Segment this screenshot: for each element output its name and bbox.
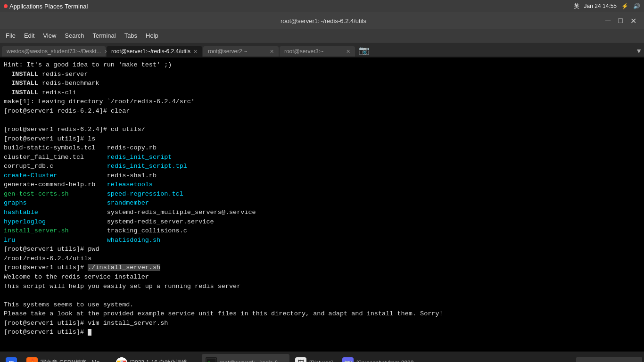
ls-line-5: generate-command-help.rb releasetools	[4, 181, 153, 188]
tab-close-icon[interactable]: ✕	[270, 49, 274, 55]
tab-server1-utils[interactable]: root@server1:~/redis-6.2.4/utils ✕	[107, 46, 202, 57]
minimize-button[interactable]: ─	[603, 16, 612, 25]
tab-scroll-button[interactable]: ▼	[636, 47, 642, 55]
install-line-1: INSTALL redis-server	[4, 71, 88, 78]
pictures-label: [Pictures]	[309, 360, 333, 362]
datetime: Jan 24 14:55	[584, 3, 617, 9]
screenshot-icon: 📷	[342, 357, 354, 362]
chrome-icon	[116, 357, 127, 362]
install-line-3: INSTALL redis-cli	[4, 89, 76, 96]
ls-line-4: create-Cluster redis-sha1.rb	[4, 172, 157, 179]
firefox-icon: 🔥	[26, 357, 38, 362]
systemd-note: Please take a look at the provided examp…	[4, 310, 443, 317]
window-controls: ─ □ ✕	[603, 16, 638, 25]
prompt-install: [root@server1 utils]# ./install_server.s…	[4, 264, 160, 271]
menu-help[interactable]: Help	[142, 31, 162, 40]
pictures-icon: 🖼	[295, 357, 306, 362]
screenshot-label: [Screenshot from 2022-01-...	[356, 360, 422, 362]
tab-label: root@server1:~/redis-6.2.4/utils	[111, 48, 190, 55]
terminal-menu[interactable]: Terminal	[65, 3, 88, 10]
terminal-output: Hint: It's a good idea to run 'make test…	[0, 58, 644, 352]
language-indicator: 英	[574, 2, 579, 10]
ls-line-10: install_server.sh tracking_collisions.c	[4, 227, 187, 234]
system-bar-left: Applications Places Terminal	[4, 3, 88, 10]
menu-bar: File Edit View Search Terminal Tabs Help	[0, 29, 644, 42]
menu-edit[interactable]: Edit	[20, 31, 38, 40]
places-menu[interactable]: Places	[44, 3, 63, 10]
menu-view[interactable]: View	[39, 31, 60, 40]
script-help-line: This script will help you easily set up …	[4, 283, 240, 290]
tab-bar: westos@westos_student73:~/Deskt... ✕ roo…	[0, 42, 644, 58]
prompt-vim: [root@server1 utils]# vim install_server…	[4, 320, 168, 327]
firefox-label: 写文章-CSDN博客 - Mozilla...	[41, 359, 107, 362]
taskbar-terminal[interactable]: $_ root@server1:~/redis-6.2...	[202, 354, 289, 362]
distro-icon	[4, 4, 8, 8]
tab-label: root@server3:~	[284, 48, 323, 55]
tab-close-icon[interactable]: ✕	[346, 49, 350, 55]
window-title: root@server1:~/redis-6.2.4/utils	[43, 17, 603, 25]
tab-server2[interactable]: root@server2:~ ✕	[203, 46, 279, 57]
system-bar: Applications Places Terminal 英 Jan 24 14…	[0, 0, 644, 12]
hint-line: Hint: It's a good idea to run 'make test…	[4, 61, 172, 68]
prompt-clear: [root@server1 redis-6.2.4]# clear	[4, 107, 130, 115]
title-bar: root@server1:~/redis-6.2.4/utils ─ □ ✕	[0, 12, 644, 29]
menu-terminal[interactable]: Terminal	[89, 31, 120, 40]
ls-line-6: gen-test-certs.sh speed-regression.tcl	[4, 190, 183, 197]
ls-line-9: hyperloglog systemd-redis_server.service	[4, 218, 214, 225]
svg-text:$_: $_	[207, 361, 214, 362]
wifi-icon: ⚡	[621, 3, 628, 9]
systemd-line: This systems seems to use systemd.	[4, 301, 133, 308]
leaving-dir-line: make[1]: Leaving directory `/root/redis-…	[4, 98, 195, 105]
taskbar-firefox[interactable]: 🔥 写文章-CSDN博客 - Mozilla...	[23, 354, 110, 362]
tab-label: root@server2:~	[208, 48, 247, 55]
menu-tabs[interactable]: Tabs	[121, 31, 141, 40]
tab-label: westos@westos_student73:~/Deskt...	[7, 48, 101, 55]
ls-line-11: lru whatisdoing.sh	[4, 237, 160, 244]
taskbar-screenshot[interactable]: 📷 [Screenshot from 2022-01-...	[339, 354, 426, 362]
tab-westos[interactable]: westos@westos_student73:~/Deskt... ✕	[2, 46, 106, 57]
prompt-cd: [root@server1 redis-6.2.4]# cd utils/	[4, 126, 145, 133]
prompt-current: [root@server1 utils]#	[4, 329, 91, 336]
restore-button[interactable]: □	[616, 16, 625, 25]
terminal-window: root@server1:~/redis-6.2.4/utils ─ □ ✕ F…	[0, 12, 644, 352]
menu-file[interactable]: File	[2, 31, 19, 40]
new-tab-button[interactable]: 📷	[356, 45, 372, 56]
ls-line-3: corrupt_rdb.c redis_init_script.tpl	[4, 163, 187, 170]
ls-line-2: cluster_fail_time.tcl redis_init_script	[4, 154, 172, 161]
terminal-icon-taskbar: $_	[206, 357, 217, 362]
prompt-pwd: [root@server1 utils]# pwd	[4, 246, 99, 253]
install-line-2: INSTALL redis-benchmark	[4, 80, 99, 87]
taskbar: ⊞ 🔥 写文章-CSDN博客 - Mozilla... [2022-1-16 自…	[0, 352, 644, 362]
taskbar-pictures[interactable]: 🖼 [Pictures]	[291, 354, 337, 362]
ls-line-1: build-static-symbols.tcl redis-copy.rb	[4, 144, 157, 151]
volume-icon: 🔊	[633, 3, 640, 9]
ls-line-7: graphs srandmember	[4, 199, 149, 206]
applications-menu[interactable]: Applications	[9, 3, 42, 10]
prompt-ls: [root@server1 utils]# ls	[4, 135, 95, 142]
welcome-line: Welcome to the redis service installer	[4, 273, 149, 280]
tab-server3[interactable]: root@server3:~ ✕	[280, 46, 355, 57]
chrome-label: [2022-1-16 自动化运维课...	[130, 359, 196, 362]
ls-line-8: hashtable systemd-redis_multiple_servers…	[4, 209, 256, 216]
pwd-result: /root/redis-6.2.4/utils	[4, 255, 91, 262]
show-desktop-icon: ⊞	[6, 357, 17, 362]
menu-search[interactable]: Search	[61, 31, 88, 40]
terminal-label: root@server1:~/redis-6.2...	[220, 360, 286, 362]
tab-close-icon[interactable]: ✕	[193, 49, 198, 55]
system-bar-right: 英 Jan 24 14:55 ⚡ 🔊	[574, 2, 640, 10]
taskbar-search[interactable]	[576, 357, 642, 362]
taskbar-show-desktop[interactable]: ⊞	[2, 354, 21, 362]
taskbar-chrome[interactable]: [2022-1-16 自动化运维课...	[112, 354, 200, 362]
close-button[interactable]: ✕	[628, 16, 638, 25]
